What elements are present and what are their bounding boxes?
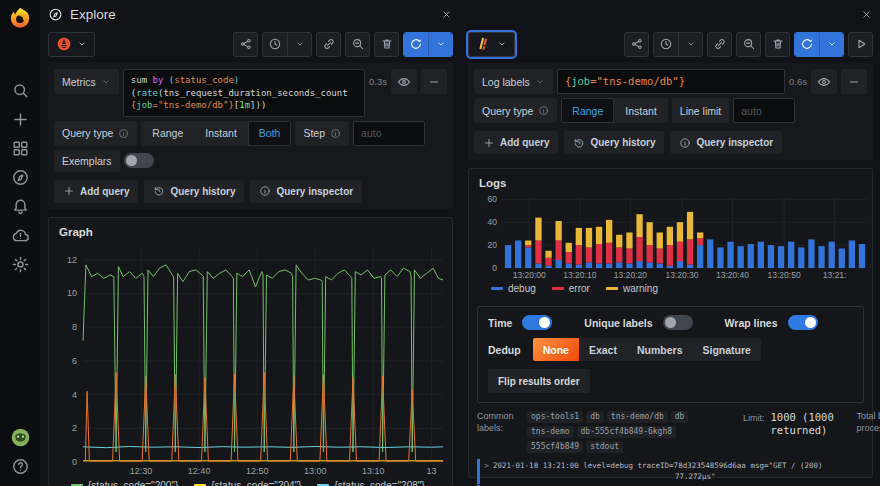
zoom-out-button[interactable] (736, 32, 761, 57)
share-button[interactable] (624, 32, 649, 57)
promql-query-field[interactable]: sum by (status_code) (rate(tns_request_d… (123, 69, 365, 117)
option-instant[interactable]: Instant (614, 98, 668, 123)
common-label-badge: db-555cf4b849-6kgh8 (577, 426, 677, 438)
trash-button[interactable] (765, 32, 790, 57)
option-exact[interactable]: Exact (579, 338, 627, 361)
question-icon (11, 457, 30, 476)
legend-item--status-code-208-[interactable]: {status_code="208"} (317, 480, 424, 486)
info-icon (679, 137, 691, 149)
option-signature[interactable]: Signature (692, 338, 760, 361)
link-button[interactable] (316, 32, 341, 57)
sync-icon-button[interactable] (404, 33, 428, 56)
datasource-picker-prometheus[interactable] (48, 32, 95, 57)
info-icon (538, 105, 549, 116)
play-button[interactable] (848, 32, 873, 57)
grafana-logo-icon[interactable] (7, 6, 33, 32)
sidebar-item-apps[interactable] (10, 138, 30, 158)
zoom-out-button[interactable] (345, 32, 370, 57)
add-query-button[interactable]: Add query (54, 180, 138, 203)
clock-dropdown-toggle[interactable] (287, 33, 311, 56)
graph-panel: Graph 12:3012:4012:5013:0013:10130246810… (48, 217, 453, 486)
option-range[interactable]: Range (561, 98, 614, 123)
sidebar-item-avatar[interactable] (10, 427, 30, 447)
chevron-down-icon (827, 39, 837, 49)
query-duration: 0.6s (789, 76, 807, 87)
unique-labels-toggle[interactable] (663, 315, 693, 330)
close-split-right-icon[interactable] (860, 8, 873, 21)
sidebar-item-search[interactable] (10, 80, 30, 100)
eye-icon (397, 75, 411, 89)
query-history-button[interactable]: Query history (564, 131, 664, 154)
limit-value: 1000 (1000 returned) (771, 411, 849, 453)
flip-results-order-button[interactable]: Flip results order (488, 369, 590, 393)
logs-histogram-canvas[interactable]: 13:20:0013:20:1013:20:2013:20:3013:20:40… (477, 193, 864, 281)
remove-query-button[interactable] (421, 69, 447, 94)
grafana-icon (7, 6, 33, 32)
sidebar-item-cloud-alert[interactable] (10, 225, 30, 245)
sidebar-item-plus[interactable] (10, 109, 30, 129)
info-icon (538, 105, 549, 116)
legend-item-debug[interactable]: debug (491, 283, 536, 294)
wrap-lines-toggle[interactable] (788, 315, 818, 330)
add-query-button[interactable]: Add query (474, 131, 558, 154)
line-limit-input[interactable] (733, 98, 795, 123)
sidebar-item-compass[interactable] (10, 167, 30, 187)
remove-query-button[interactable] (841, 69, 867, 94)
common-labels-badges: ops-tools1dbtns-demo/dbdbtns-demodb-555c… (527, 411, 735, 453)
info-icon (118, 128, 129, 139)
query-inspector-button[interactable]: Query inspector (670, 131, 782, 154)
query-mode-dropdown[interactable]: Metrics (54, 69, 119, 94)
explore-pane-right: Log labels {job="tns-demo/db"} 0.6s Quer… (460, 0, 880, 486)
sync-icon-button[interactable] (795, 33, 819, 56)
graph-canvas[interactable]: 12:3012:4012:5013:0013:1013024681012 (57, 242, 444, 478)
history-icon (573, 137, 585, 149)
sync-icon (409, 37, 423, 51)
toggle-query-visibility-button[interactable] (391, 69, 417, 94)
legend-item-error[interactable]: error (552, 283, 590, 294)
svg-text:13: 13 (426, 466, 436, 476)
clock-dropdown-toggle[interactable] (678, 33, 702, 56)
eye-icon (817, 75, 831, 89)
loki-icon (476, 36, 492, 52)
legend-item--status-code-204-[interactable]: {status_code="204"} (194, 480, 301, 486)
sidebar-item-bell[interactable] (10, 196, 30, 216)
plus-icon (11, 110, 30, 129)
option-none[interactable]: None (533, 338, 579, 361)
legend-item-warning[interactable]: warning (606, 283, 658, 294)
close-split-left-icon[interactable] (440, 8, 453, 21)
log-row[interactable]: >2021-01-18 13:21:00 level=debug traceID… (477, 459, 864, 484)
logs-legend: debugerrorwarning (477, 281, 864, 296)
share-button[interactable] (233, 32, 258, 57)
option-instant[interactable]: Instant (194, 121, 248, 146)
link-icon (322, 37, 336, 51)
action-label: Add query (80, 186, 129, 197)
query-inspector-button[interactable]: Query inspector (250, 180, 362, 203)
logql-query-field[interactable]: {job="tns-demo/db"} (557, 69, 785, 94)
cloud-alert-icon (11, 226, 30, 245)
option-range[interactable]: Range (141, 121, 194, 146)
trash-button[interactable] (374, 32, 399, 57)
datasource-picker-loki[interactable] (468, 32, 515, 57)
sync-dropdown-toggle[interactable] (819, 33, 843, 56)
option-both[interactable]: Both (248, 121, 292, 146)
legend-label: debug (508, 283, 536, 294)
log-expand-icon[interactable]: > (480, 460, 493, 483)
clock-icon-button[interactable] (263, 33, 287, 56)
toggle-query-visibility-button[interactable] (811, 69, 837, 94)
sidebar-bottom-icons (10, 427, 30, 476)
link-button[interactable] (707, 32, 732, 57)
legend-item--status-code-200-[interactable]: {status_code="200"} (71, 480, 178, 486)
svg-text:13:20:40: 13:20:40 (716, 270, 749, 280)
chevron-down-icon (295, 39, 305, 49)
option-numbers[interactable]: Numbers (627, 338, 693, 361)
exemplars-toggle[interactable] (124, 153, 154, 168)
step-input[interactable] (353, 121, 425, 146)
svg-text:13:10: 13:10 (362, 466, 385, 476)
query-history-button[interactable]: Query history (144, 180, 244, 203)
time-toggle[interactable] (522, 315, 552, 330)
sidebar-item-gear[interactable] (10, 254, 30, 274)
log-labels-dropdown[interactable]: Log labels (474, 69, 553, 94)
sidebar-item-question[interactable] (10, 456, 30, 476)
sync-dropdown-toggle[interactable] (428, 33, 452, 56)
clock-icon-button[interactable] (654, 33, 678, 56)
